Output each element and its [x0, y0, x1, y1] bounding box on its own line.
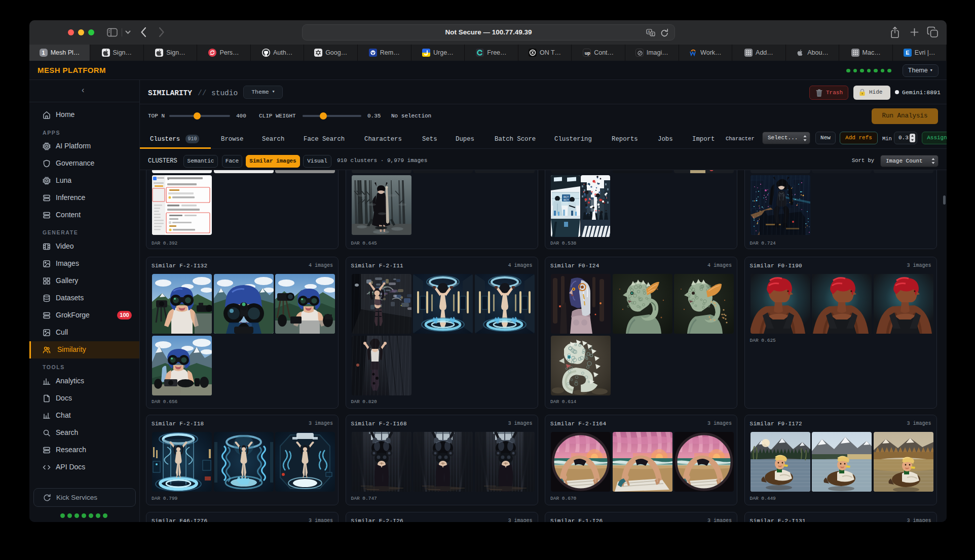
svg-text:RCT: RCT	[564, 198, 569, 202]
svg-text:*: *	[400, 304, 402, 308]
